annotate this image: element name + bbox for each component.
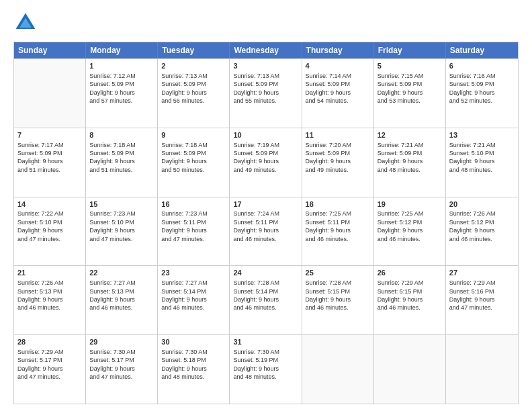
cell-info: Sunrise: 7:12 AM Sunset: 5:09 PM Dayligh… — [89, 72, 154, 105]
cal-cell: 30Sunrise: 7:30 AM Sunset: 5:18 PM Dayli… — [158, 335, 230, 404]
cell-info: Sunrise: 7:19 AM Sunset: 5:09 PM Dayligh… — [233, 141, 298, 175]
day-number: 17 — [233, 199, 298, 210]
cal-cell — [14, 59, 86, 128]
header — [13, 11, 519, 35]
day-number: 2 — [161, 61, 226, 71]
cal-cell: 16Sunrise: 7:23 AM Sunset: 5:11 PM Dayli… — [158, 197, 230, 266]
cal-cell: 20Sunrise: 7:26 AM Sunset: 5:12 PM Dayli… — [446, 197, 518, 266]
cell-info: Sunrise: 7:29 AM Sunset: 5:15 PM Dayligh… — [378, 279, 442, 312]
day-number: 9 — [161, 130, 226, 140]
header-day-saturday: Saturday — [446, 42, 518, 58]
day-number: 5 — [378, 61, 442, 71]
cell-info: Sunrise: 7:23 AM Sunset: 5:10 PM Dayligh… — [89, 210, 154, 243]
cal-cell: 13Sunrise: 7:21 AM Sunset: 5:10 PM Dayli… — [446, 128, 518, 197]
cal-cell — [374, 335, 446, 404]
day-number: 29 — [89, 337, 154, 347]
cal-cell: 9Sunrise: 7:18 AM Sunset: 5:09 PM Daylig… — [158, 128, 230, 197]
header-day-thursday: Thursday — [302, 42, 374, 58]
cal-cell: 2Sunrise: 7:13 AM Sunset: 5:09 PM Daylig… — [158, 59, 230, 128]
day-number: 12 — [378, 130, 442, 140]
cell-info: Sunrise: 7:29 AM Sunset: 5:16 PM Dayligh… — [449, 279, 515, 312]
cal-cell: 29Sunrise: 7:30 AM Sunset: 5:17 PM Dayli… — [86, 335, 158, 404]
cal-cell: 17Sunrise: 7:24 AM Sunset: 5:11 PM Dayli… — [230, 197, 302, 266]
cell-info: Sunrise: 7:30 AM Sunset: 5:18 PM Dayligh… — [161, 348, 226, 381]
cal-cell: 10Sunrise: 7:19 AM Sunset: 5:09 PM Dayli… — [230, 128, 302, 197]
cell-info: Sunrise: 7:18 AM Sunset: 5:09 PM Dayligh… — [161, 141, 226, 175]
week-row-1: 1Sunrise: 7:12 AM Sunset: 5:09 PM Daylig… — [14, 58, 518, 128]
cal-cell: 23Sunrise: 7:27 AM Sunset: 5:14 PM Dayli… — [158, 266, 230, 334]
day-number: 10 — [233, 130, 298, 140]
day-number: 6 — [449, 61, 515, 71]
cal-cell — [302, 335, 374, 404]
day-number: 22 — [89, 268, 154, 278]
cell-info: Sunrise: 7:27 AM Sunset: 5:14 PM Dayligh… — [161, 279, 226, 312]
day-number: 4 — [306, 61, 370, 71]
day-number: 20 — [449, 199, 515, 210]
cal-cell: 27Sunrise: 7:29 AM Sunset: 5:16 PM Dayli… — [446, 266, 518, 334]
cell-info: Sunrise: 7:30 AM Sunset: 5:19 PM Dayligh… — [233, 348, 298, 381]
day-number: 31 — [233, 337, 298, 347]
logo-icon — [13, 11, 38, 35]
cell-info: Sunrise: 7:22 AM Sunset: 5:10 PM Dayligh… — [17, 210, 82, 243]
cal-cell: 22Sunrise: 7:27 AM Sunset: 5:13 PM Dayli… — [86, 266, 158, 334]
cal-cell: 4Sunrise: 7:14 AM Sunset: 5:09 PM Daylig… — [302, 59, 374, 128]
week-row-2: 7Sunrise: 7:17 AM Sunset: 5:09 PM Daylig… — [14, 128, 518, 197]
day-number: 24 — [233, 268, 298, 278]
day-number: 7 — [17, 130, 82, 140]
cell-info: Sunrise: 7:21 AM Sunset: 5:09 PM Dayligh… — [378, 141, 442, 175]
calendar-body: 1Sunrise: 7:12 AM Sunset: 5:09 PM Daylig… — [14, 58, 518, 404]
week-row-3: 14Sunrise: 7:22 AM Sunset: 5:10 PM Dayli… — [14, 197, 518, 266]
cal-cell: 24Sunrise: 7:28 AM Sunset: 5:14 PM Dayli… — [230, 266, 302, 334]
day-number: 28 — [17, 337, 82, 347]
cell-info: Sunrise: 7:17 AM Sunset: 5:09 PM Dayligh… — [17, 141, 82, 175]
day-number: 14 — [17, 199, 82, 210]
cal-cell: 18Sunrise: 7:25 AM Sunset: 5:11 PM Dayli… — [302, 197, 374, 266]
cell-info: Sunrise: 7:29 AM Sunset: 5:17 PM Dayligh… — [17, 348, 82, 381]
cal-cell: 8Sunrise: 7:18 AM Sunset: 5:09 PM Daylig… — [86, 128, 158, 197]
day-number: 27 — [449, 268, 515, 278]
cal-cell: 5Sunrise: 7:15 AM Sunset: 5:09 PM Daylig… — [374, 59, 446, 128]
calendar: SundayMondayTuesdayWednesdayThursdayFrid… — [13, 42, 519, 404]
header-day-wednesday: Wednesday — [230, 42, 302, 58]
day-number: 16 — [161, 199, 226, 210]
day-number: 18 — [306, 199, 370, 210]
header-day-monday: Monday — [86, 42, 158, 58]
cal-cell: 12Sunrise: 7:21 AM Sunset: 5:09 PM Dayli… — [374, 128, 446, 197]
cal-cell: 15Sunrise: 7:23 AM Sunset: 5:10 PM Dayli… — [86, 197, 158, 266]
header-day-tuesday: Tuesday — [158, 42, 230, 58]
day-number: 11 — [306, 130, 370, 140]
cell-info: Sunrise: 7:13 AM Sunset: 5:09 PM Dayligh… — [161, 72, 226, 105]
day-number: 19 — [378, 199, 442, 210]
logo — [13, 11, 42, 35]
day-number: 21 — [17, 268, 82, 278]
header-day-friday: Friday — [374, 42, 446, 58]
day-number: 15 — [89, 199, 154, 210]
cal-cell: 11Sunrise: 7:20 AM Sunset: 5:09 PM Dayli… — [302, 128, 374, 197]
cell-info: Sunrise: 7:28 AM Sunset: 5:14 PM Dayligh… — [233, 279, 298, 312]
cell-info: Sunrise: 7:18 AM Sunset: 5:09 PM Dayligh… — [89, 141, 154, 175]
cal-cell: 31Sunrise: 7:30 AM Sunset: 5:19 PM Dayli… — [230, 335, 302, 404]
day-number: 1 — [89, 61, 154, 71]
cell-info: Sunrise: 7:23 AM Sunset: 5:11 PM Dayligh… — [161, 210, 226, 243]
cal-cell: 6Sunrise: 7:16 AM Sunset: 5:09 PM Daylig… — [446, 59, 518, 128]
cal-cell: 3Sunrise: 7:13 AM Sunset: 5:09 PM Daylig… — [230, 59, 302, 128]
cell-info: Sunrise: 7:25 AM Sunset: 5:12 PM Dayligh… — [378, 210, 442, 243]
cell-info: Sunrise: 7:25 AM Sunset: 5:11 PM Dayligh… — [306, 210, 370, 243]
cal-cell — [446, 335, 518, 404]
cell-info: Sunrise: 7:20 AM Sunset: 5:09 PM Dayligh… — [306, 141, 370, 175]
cal-cell: 28Sunrise: 7:29 AM Sunset: 5:17 PM Dayli… — [14, 335, 86, 404]
day-number: 30 — [161, 337, 226, 347]
cal-cell: 1Sunrise: 7:12 AM Sunset: 5:09 PM Daylig… — [86, 59, 158, 128]
cell-info: Sunrise: 7:26 AM Sunset: 5:13 PM Dayligh… — [17, 279, 82, 312]
cal-cell: 19Sunrise: 7:25 AM Sunset: 5:12 PM Dayli… — [374, 197, 446, 266]
cal-cell: 7Sunrise: 7:17 AM Sunset: 5:09 PM Daylig… — [14, 128, 86, 197]
cell-info: Sunrise: 7:13 AM Sunset: 5:09 PM Dayligh… — [233, 72, 298, 105]
cell-info: Sunrise: 7:27 AM Sunset: 5:13 PM Dayligh… — [89, 279, 154, 312]
cell-info: Sunrise: 7:26 AM Sunset: 5:12 PM Dayligh… — [449, 210, 515, 243]
cell-info: Sunrise: 7:21 AM Sunset: 5:10 PM Dayligh… — [449, 141, 515, 175]
cal-cell: 26Sunrise: 7:29 AM Sunset: 5:15 PM Dayli… — [374, 266, 446, 334]
day-number: 26 — [378, 268, 442, 278]
cell-info: Sunrise: 7:15 AM Sunset: 5:09 PM Dayligh… — [378, 72, 442, 105]
cell-info: Sunrise: 7:14 AM Sunset: 5:09 PM Dayligh… — [306, 72, 370, 105]
cell-info: Sunrise: 7:30 AM Sunset: 5:17 PM Dayligh… — [89, 348, 154, 381]
